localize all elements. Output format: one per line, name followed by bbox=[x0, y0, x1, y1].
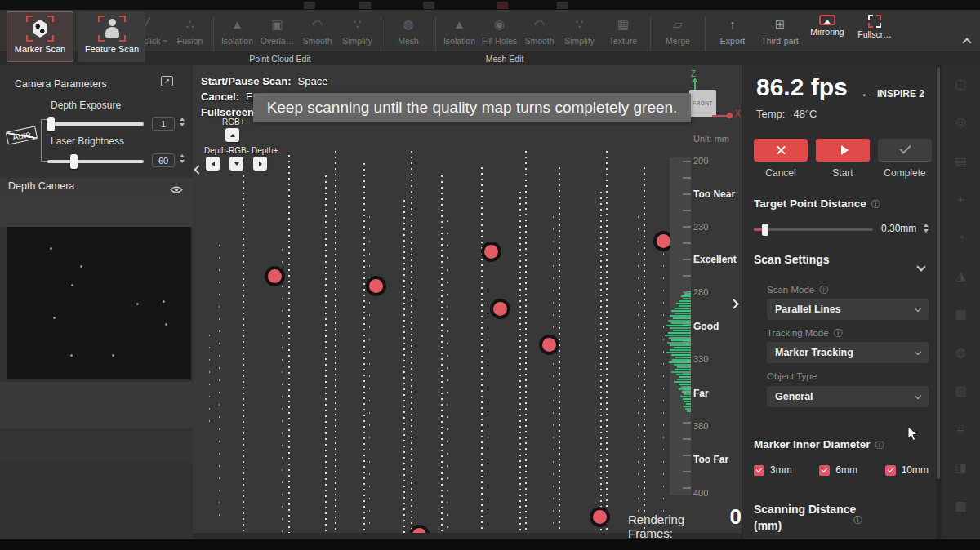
side-tool-icon[interactable]: ◔ bbox=[957, 230, 964, 244]
toolbar-button-label: Simplify bbox=[342, 36, 372, 46]
tpd-stepper[interactable] bbox=[924, 224, 929, 233]
smooth-button[interactable]: ◠Smooth bbox=[519, 15, 559, 52]
diameter-checkbox-10mm[interactable]: 10mm bbox=[885, 464, 929, 476]
smooth-button[interactable]: ◠Smooth bbox=[297, 15, 337, 52]
scan-mode-select[interactable]: Parallel Lines bbox=[767, 299, 929, 320]
stepper-down-icon[interactable] bbox=[924, 229, 929, 233]
side-tool-icon[interactable]: ◨ bbox=[955, 460, 966, 475]
toolbar-divider bbox=[650, 16, 651, 51]
scan-settings-header[interactable]: Scan Settings bbox=[754, 253, 830, 266]
cancel-button[interactable] bbox=[754, 139, 808, 162]
left-panel-collapse-button[interactable] bbox=[195, 162, 202, 176]
feature-scan-mode-button[interactable]: Feature Scan bbox=[78, 11, 145, 62]
merge-button[interactable]: ▱Merge bbox=[654, 15, 702, 52]
scan-settings-collapse-button[interactable] bbox=[918, 259, 924, 273]
complete-button[interactable] bbox=[878, 139, 932, 162]
marker-scan-mode-button[interactable]: Marker Scan bbox=[7, 11, 74, 62]
check-icon bbox=[899, 142, 911, 153]
target-point-distance-slider[interactable] bbox=[754, 228, 873, 231]
slider-handle[interactable] bbox=[762, 224, 768, 236]
laser-scan-line bbox=[600, 192, 602, 534]
depth-exposure-value[interactable]: 1 bbox=[152, 117, 175, 131]
side-tool-icon[interactable]: ▤ bbox=[955, 153, 966, 168]
info-icon[interactable]: ⓘ bbox=[875, 440, 884, 450]
mirroring-button[interactable]: Mirroring bbox=[804, 15, 851, 52]
bust-body-shape bbox=[105, 27, 119, 38]
slider-handle[interactable] bbox=[70, 154, 78, 169]
popout-window-icon[interactable]: ↗ bbox=[161, 76, 173, 86]
rgb-minus-label: RGB- bbox=[229, 146, 249, 155]
checkbox-checked-icon[interactable] bbox=[819, 465, 830, 476]
side-tool-icon[interactable]: ◎ bbox=[956, 115, 966, 130]
info-icon[interactable]: ⓘ bbox=[871, 199, 880, 209]
side-tool-icon[interactable]: # bbox=[957, 422, 964, 436]
scan-viewport[interactable]: Start/Pause Scan:SpaceCancel:EscFullscre… bbox=[193, 65, 742, 539]
depth-plus-label: Depth+ bbox=[252, 146, 278, 155]
stepper-up-icon[interactable] bbox=[924, 224, 929, 227]
depth-exposure-stepper[interactable] bbox=[180, 118, 185, 126]
stepper-up-icon[interactable] bbox=[180, 154, 185, 157]
device-back-button[interactable]: ←INSPIRE 2 bbox=[861, 86, 924, 100]
target-point-distance-value[interactable]: 0.30mm bbox=[881, 223, 916, 234]
tracking-mode-select[interactable]: Marker Tracking bbox=[767, 342, 929, 363]
quality-panel-expand-button[interactable] bbox=[730, 296, 737, 311]
slider-handle[interactable] bbox=[47, 117, 55, 131]
tracking-marker bbox=[369, 279, 383, 293]
side-tool-icon[interactable]: ▢ bbox=[955, 77, 966, 91]
fusion-button[interactable]: ∴Fusion bbox=[170, 15, 210, 52]
laser-brightness-stepper[interactable] bbox=[180, 154, 185, 163]
third-party-button[interactable]: ⊞Third-part bbox=[756, 15, 804, 52]
laser-scan-line bbox=[325, 175, 327, 535]
diameter-checkbox-6mm[interactable]: 6mm bbox=[819, 464, 858, 476]
arrow-down-key[interactable] bbox=[229, 157, 243, 171]
simplify-button[interactable]: ∵Simplify bbox=[559, 15, 599, 52]
auto-exposure-toggle[interactable]: Auto bbox=[6, 126, 38, 144]
laser-brightness-value[interactable]: 60 bbox=[152, 153, 175, 167]
checkbox-checked-icon[interactable] bbox=[754, 465, 764, 476]
stepper-up-icon[interactable] bbox=[180, 118, 185, 121]
export-button[interactable]: ↑Export bbox=[709, 15, 756, 52]
side-tool-icon[interactable]: ◮ bbox=[956, 268, 966, 283]
fill-holes-button[interactable]: ◉Fill Holes bbox=[479, 15, 519, 52]
object-type-select[interactable]: General bbox=[767, 386, 929, 407]
scale-tick bbox=[683, 242, 691, 244]
info-icon[interactable]: ⓘ bbox=[819, 285, 828, 295]
arrow-up-key[interactable] bbox=[225, 128, 239, 142]
isolation-button[interactable]: ▲Isolation bbox=[439, 15, 479, 52]
view-cube-front-face[interactable]: FRONT bbox=[689, 90, 716, 117]
texture-button[interactable]: ▦Texture bbox=[599, 15, 647, 52]
side-tool-icon[interactable]: + bbox=[957, 192, 964, 206]
frame-corner bbox=[26, 16, 33, 22]
side-tool-icon[interactable]: ◍ bbox=[956, 345, 966, 360]
side-tool-icon[interactable]: ▩ bbox=[955, 499, 966, 513]
side-tool-icon[interactable]: ▧ bbox=[955, 384, 966, 398]
isolation-button[interactable]: ▲Isolation bbox=[217, 15, 257, 52]
scrollbar-thumb[interactable] bbox=[937, 67, 940, 479]
mesh-button[interactable]: ◍Mesh bbox=[385, 15, 432, 52]
diameter-checkbox-3mm[interactable]: 3mm bbox=[754, 464, 792, 476]
depth-exposure-slider[interactable] bbox=[47, 122, 144, 126]
info-icon[interactable]: ⓘ bbox=[834, 328, 843, 338]
laser-scan-line bbox=[663, 253, 664, 529]
laser-brightness-slider[interactable] bbox=[47, 160, 144, 163]
overlap-button[interactable]: ▣Overla… bbox=[257, 15, 297, 52]
quality-histogram-bar bbox=[670, 349, 691, 351]
marker-dot bbox=[136, 303, 139, 305]
smooth-icon: ◠ bbox=[534, 15, 545, 34]
quality-histogram-bar bbox=[671, 310, 691, 312]
stepper-down-icon[interactable] bbox=[180, 123, 185, 126]
arrow-left-key[interactable] bbox=[206, 157, 220, 171]
start-button[interactable] bbox=[816, 139, 870, 162]
arrow-down-icon bbox=[234, 162, 239, 166]
info-icon[interactable]: ⓘ bbox=[853, 514, 862, 526]
arrow-right-key[interactable] bbox=[253, 157, 267, 171]
fullscreen-button[interactable]: Fullscr… bbox=[851, 15, 898, 52]
toolbar-collapse-button[interactable] bbox=[964, 34, 970, 49]
checkbox-checked-icon[interactable] bbox=[885, 465, 896, 476]
laser-scan-line bbox=[447, 220, 448, 537]
laser-scan-line bbox=[638, 216, 639, 533]
quality-histogram-bar bbox=[683, 298, 691, 299]
stepper-down-icon[interactable] bbox=[180, 160, 185, 163]
simplify-button[interactable]: ∵Simplify bbox=[337, 15, 377, 52]
side-tool-icon[interactable]: ▦ bbox=[955, 307, 966, 322]
